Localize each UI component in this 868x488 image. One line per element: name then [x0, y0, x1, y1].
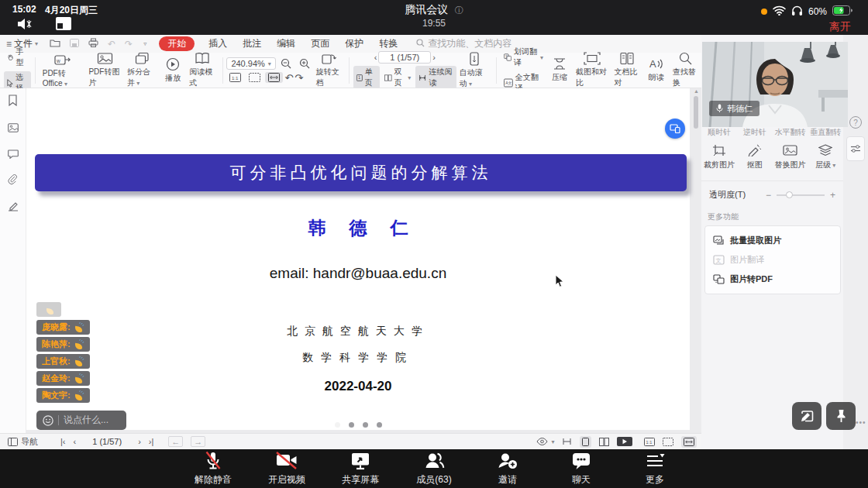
fit-page-button[interactable] — [246, 72, 264, 83]
next-page-icon[interactable]: › — [432, 53, 436, 62]
chat-message — [36, 302, 61, 317]
status-fit-width-button[interactable] — [681, 436, 697, 448]
cutout-button[interactable]: 抠图 — [737, 144, 773, 170]
attachments-icon[interactable] — [8, 174, 18, 188]
opacity-slider[interactable] — [777, 194, 825, 196]
status-fit-page-button[interactable] — [663, 438, 673, 446]
annotate-button[interactable] — [792, 402, 822, 430]
rotate-right-icon[interactable]: ↷ — [294, 73, 303, 83]
open-file-icon[interactable] — [50, 39, 60, 50]
first-page-button[interactable]: |‹ — [60, 437, 66, 446]
rotate-ccw-label[interactable]: 逆时针 — [737, 127, 773, 138]
prev-page-button[interactable]: ‹ — [74, 437, 77, 446]
rotate-cw-label[interactable]: 顺时针 — [701, 127, 737, 138]
unmute-button[interactable]: 解除静音 — [193, 449, 233, 488]
undo-icon[interactable]: ↶ — [108, 39, 115, 50]
start-video-button[interactable]: 开启视频 — [267, 449, 307, 488]
rotate-left-icon[interactable]: ↶ — [284, 73, 293, 83]
pdf-to-image-button[interactable]: PDF转图片 — [85, 50, 124, 90]
share-screen-button[interactable]: 共享屏幕 — [340, 449, 381, 488]
flip-vertical-label[interactable]: 垂直翻转 — [808, 127, 843, 138]
double-page-view-button[interactable] — [599, 438, 609, 446]
view-forward-button[interactable]: → — [191, 436, 205, 447]
chat-button[interactable]: 聊天 — [561, 449, 601, 488]
opacity-slider-knob[interactable] — [786, 191, 793, 198]
next-page-button[interactable]: › — [138, 437, 141, 446]
feature-search-input[interactable]: 查找功能、文档内容 — [416, 37, 512, 50]
continuous-view-button[interactable] — [562, 438, 572, 445]
view-back-button[interactable]: ← — [168, 436, 183, 447]
play-slideshow-button[interactable]: 播放 — [160, 56, 186, 85]
tab-protect[interactable]: 保护 — [345, 37, 363, 50]
continuous-read-button[interactable]: 连续阅读 — [415, 66, 456, 89]
flip-horizontal-label[interactable]: 水平翻转 — [773, 127, 808, 138]
tab-edit[interactable]: 编辑 — [277, 37, 295, 50]
play-view-button[interactable] — [617, 437, 632, 446]
images-icon[interactable] — [8, 122, 19, 136]
chat-input[interactable]: 说点什么... — [36, 411, 126, 430]
speaker-video[interactable]: 韩德仁 — [702, 42, 848, 127]
tab-comment[interactable]: 批注 — [243, 37, 261, 50]
scrollbar-thumb[interactable] — [694, 96, 698, 129]
hand-tool-button[interactable]: 手型 — [4, 46, 31, 69]
opacity-minus-button[interactable]: − — [766, 190, 771, 201]
screenshot-compare-button[interactable]: 截图和对比 — [573, 50, 611, 90]
document-scrollbar[interactable]: ▲ — [694, 90, 698, 428]
layer-button[interactable]: 层级 ▾ — [808, 144, 843, 170]
chat-message: 赵金玲: — [36, 371, 90, 386]
tab-insert[interactable]: 插入 — [208, 37, 227, 50]
read-aloud-button[interactable]: A 朗读 — [643, 56, 670, 84]
batch-extract-images-button[interactable]: 批量提取图片 — [705, 231, 840, 250]
zoom-out-button[interactable] — [277, 57, 294, 70]
word-translate-button[interactable]: 文 划词翻译 ▾ — [501, 46, 546, 69]
save-icon[interactable] — [70, 39, 79, 50]
pdf-to-office-button[interactable]: w PDF转Office ▾ — [40, 52, 86, 89]
image-translate-button[interactable]: 文 图片翻译 — [705, 250, 840, 270]
redo-icon[interactable]: ↷ — [125, 39, 133, 50]
print-icon[interactable] — [88, 38, 98, 50]
eye-protection-button[interactable]: ▾ — [536, 438, 554, 445]
comments-icon[interactable] — [8, 148, 19, 162]
zoom-in-button[interactable] — [296, 57, 313, 70]
invite-button[interactable]: 邀请 — [487, 449, 528, 488]
split-merge-button[interactable]: 拆分合并 ▾ — [124, 50, 160, 90]
emoji-icon[interactable] — [43, 415, 53, 426]
zoom-value-select[interactable]: 240.94% ▾ — [226, 57, 275, 70]
opacity-plus-button[interactable]: + — [830, 190, 835, 201]
wps-assistant-button[interactable] — [665, 119, 685, 139]
more-button[interactable]: 更多 — [635, 449, 675, 488]
navigation-toggle[interactable]: 导航 — [8, 436, 38, 448]
doc-compare-button[interactable]: 文档比对 — [611, 50, 643, 90]
bookmarks-icon[interactable] — [8, 95, 18, 109]
pin-button[interactable] — [826, 402, 856, 430]
read-mode-button[interactable]: 阅读模式 — [186, 50, 218, 90]
play-label: 播放 — [165, 73, 181, 84]
stamp-icon[interactable] — [8, 201, 19, 215]
tab-start[interactable]: 开始 — [159, 36, 195, 51]
more-dots-icon[interactable]: ••• — [856, 418, 866, 427]
single-page-button[interactable]: 1 单页 — [353, 66, 380, 89]
help-icon[interactable]: ? — [849, 116, 862, 129]
last-page-button[interactable]: ›| — [149, 437, 154, 446]
compress-button[interactable]: 压缩 — [546, 56, 573, 84]
image-to-pdf-button[interactable]: 图片转PDF — [705, 270, 840, 289]
tab-convert[interactable]: 转换 — [379, 37, 398, 50]
status-actual-size-button[interactable]: 1:1 — [644, 438, 655, 446]
toolbar-options-icon[interactable]: ▿ — [143, 40, 146, 47]
actual-size-button[interactable]: 1:1 — [226, 72, 244, 83]
replace-image-button[interactable]: 替换图片 — [773, 144, 808, 170]
prev-page-icon[interactable]: ‹ — [374, 53, 377, 62]
panel-settings-button[interactable] — [846, 136, 865, 161]
page-indicator-box[interactable]: 1 (1/57) — [378, 51, 431, 64]
crop-image-button[interactable]: 裁剪图片 — [701, 144, 737, 170]
leave-meeting-button[interactable]: 离开 — [829, 20, 851, 34]
tab-page[interactable]: 页面 — [311, 37, 329, 50]
find-replace-button[interactable]: 查找替换 — [670, 50, 701, 90]
auto-scroll-button[interactable]: 自动滚动 ▾ — [456, 50, 492, 91]
single-page-view-button[interactable] — [580, 436, 591, 448]
double-page-button[interactable]: 双页 ▾ — [381, 66, 414, 89]
members-button[interactable]: 成员(63) — [414, 449, 454, 488]
fit-width-button[interactable] — [265, 72, 283, 83]
meeting-info-icon[interactable]: ⓘ — [455, 5, 463, 15]
rotate-document-button[interactable]: 旋转文档 — [313, 50, 345, 90]
